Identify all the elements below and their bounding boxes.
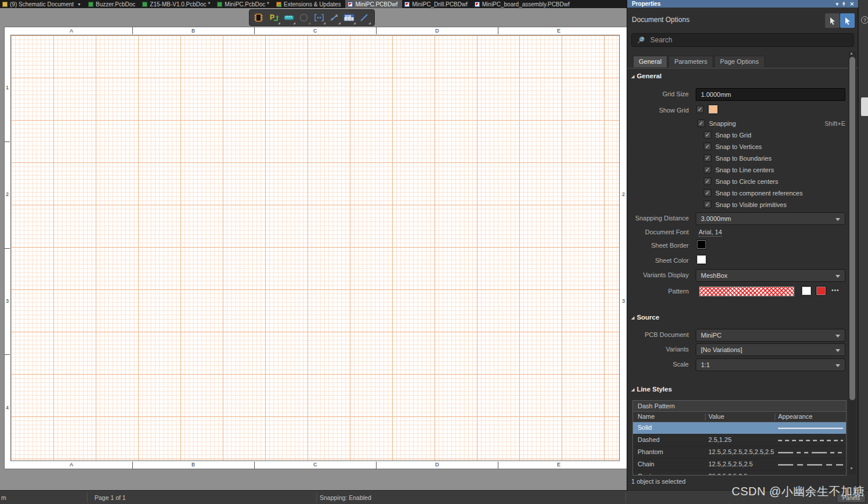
- panel-scrollbar[interactable]: ▲ ▼: [848, 51, 856, 474]
- grid-color-swatch[interactable]: [708, 104, 718, 114]
- table-row-solid[interactable]: Solid: [633, 422, 846, 434]
- tab-z15-mb-pcbdoc[interactable]: Z15-MB-V1.0.PcbDoc *: [140, 0, 215, 8]
- line-tool-button[interactable]: [357, 11, 371, 25]
- pcb-doc-icon: [217, 2, 222, 7]
- snapping-distance-dropdown[interactable]: 3.0000mm: [696, 212, 845, 225]
- snapping-label: Snapping: [709, 120, 736, 127]
- document-font-link[interactable]: Arial, 14: [699, 229, 722, 237]
- scroll-down-icon[interactable]: ▼: [849, 466, 853, 470]
- bom-table-icon: BOM: [343, 13, 355, 23]
- pattern-foreground-color-swatch[interactable]: [816, 286, 826, 296]
- table-row-chain[interactable]: Chain 12.5,2.5,2.5,2.5: [633, 459, 846, 471]
- column-label-top: A: [70, 28, 73, 34]
- snap-to-vertices-checkbox[interactable]: ✓: [704, 143, 711, 150]
- panel-subtitle: Document Options: [632, 16, 689, 24]
- callout-tool-button[interactable]: a: [327, 11, 341, 25]
- table-row-center-partial[interactable]: Center 20,2.5,2.5,2.5: [633, 471, 846, 476]
- line-preview: [778, 427, 843, 429]
- pin-icon[interactable]: 🖈: [841, 1, 847, 8]
- tab-minipc-drill-pcbdwf[interactable]: MiniPC_Drill.PCBDwf: [402, 0, 472, 8]
- pcb-document-dropdown[interactable]: MiniPC: [696, 329, 845, 342]
- panel-title-bar[interactable]: Properties ▾ 🖈 ✕: [627, 0, 858, 8]
- sheet-border-color-swatch[interactable]: [696, 240, 707, 249]
- column-label-top: D: [435, 28, 439, 34]
- scroll-up-icon[interactable]: ▲: [849, 51, 853, 55]
- snap-to-grid-checkbox[interactable]: ✓: [704, 131, 711, 139]
- place-part-button[interactable]: P: [266, 11, 281, 25]
- tab-buzzer-pcbdoc[interactable]: Buzzer.PcbDoc: [86, 0, 140, 8]
- search-input[interactable]: 🔍 Search: [631, 33, 854, 47]
- table-row-phantom[interactable]: Phantom 12.5,2.5,2.5,2.5,2.5,2.5: [633, 447, 846, 459]
- pattern-more-button[interactable]: •••: [831, 287, 840, 293]
- column-label-bottom: E: [557, 462, 560, 467]
- grid-size-input[interactable]: 1.0000mm: [696, 88, 845, 101]
- tab-general[interactable]: General: [633, 56, 667, 67]
- show-grid-checkbox[interactable]: ✓: [696, 106, 704, 113]
- tab-minipc-board-assembly-pcbdwf[interactable]: MiniPC_board_assembly.PCBDwf: [472, 0, 574, 8]
- tab-page-options[interactable]: Page Options: [714, 56, 765, 67]
- dimension-tool-button[interactable]: [281, 11, 296, 25]
- snapping-checkbox[interactable]: ✓: [697, 119, 705, 127]
- tab-extensions-updates[interactable]: Extensions & Updates: [274, 0, 345, 8]
- scale-dropdown[interactable]: 1:1: [696, 358, 845, 371]
- scrollbar-thumb[interactable]: [849, 57, 855, 400]
- column-label-top: E: [557, 28, 560, 34]
- follow-selection-button[interactable]: [840, 13, 855, 28]
- tab-minipc-pcbdwf-active[interactable]: MiniPC.PCBDwf: [345, 0, 402, 8]
- draftsman-canvas[interactable]: A B C D E A B C D E 1 2 3 4: [0, 8, 627, 490]
- zone-tick: [254, 27, 255, 34]
- selection-filter-button[interactable]: [825, 13, 840, 28]
- board-view-button[interactable]: [312, 11, 326, 25]
- section-header-general[interactable]: ◢General: [631, 72, 661, 79]
- pattern-preview-swatch[interactable]: [699, 287, 794, 296]
- callout-icon: a: [329, 13, 339, 23]
- column-header-appearance[interactable]: Appearance: [778, 413, 812, 420]
- help-icon[interactable]: ?: [861, 16, 868, 24]
- bom-table-button[interactable]: BOM: [342, 11, 356, 25]
- cursor-select-icon: [829, 17, 837, 25]
- chevron-down-icon[interactable]: ▼: [77, 2, 81, 6]
- dropdown-corner-icon: [353, 22, 356, 24]
- drawing-sheet[interactable]: A B C D E A B C D E 1 2 3 4: [5, 27, 627, 469]
- pcb-doc-icon: [142, 2, 147, 7]
- pcb-doc-icon: [88, 2, 93, 7]
- pattern-background-color-swatch[interactable]: [801, 286, 812, 296]
- column-header-name[interactable]: Name: [638, 413, 654, 420]
- zone-tick: [5, 142, 10, 142]
- collapse-icon: ◢: [631, 387, 634, 391]
- snap-to-visible-primitives-checkbox[interactable]: ✓: [704, 201, 711, 208]
- tab-parameters[interactable]: Parameters: [668, 56, 713, 67]
- section-header-source[interactable]: ◢Source: [631, 314, 659, 321]
- circle-tool-button[interactable]: [296, 11, 311, 25]
- svg-text:P: P: [270, 13, 274, 21]
- show-grid-label: Show Grid: [630, 107, 689, 114]
- table-title: Dash Pattern: [633, 401, 846, 412]
- variants-display-dropdown[interactable]: MeshBox: [696, 269, 845, 282]
- column-label-top: C: [313, 28, 317, 34]
- snap-to-boundaries-label: Snap to Boundaries: [715, 155, 772, 162]
- column-label-bottom: D: [435, 462, 439, 467]
- snap-to-line-centers-checkbox[interactable]: ✓: [704, 166, 711, 173]
- tab-label: Z15-MB-V1.0.PcbDoc *: [150, 1, 210, 8]
- edge-panel-tab[interactable]: [861, 97, 868, 116]
- dash-pattern-table: Dash Pattern Name Value Appearance Solid…: [632, 400, 847, 476]
- snap-to-component-references-checkbox[interactable]: ✓: [704, 189, 711, 197]
- column-header-value[interactable]: Value: [708, 413, 724, 420]
- tab-schematic-document[interactable]: (9) Schematic Document ▼: [0, 0, 86, 8]
- draftsman-doc-icon: [348, 2, 353, 7]
- tab-minipc-pcbdoc[interactable]: MiniPC.PcbDoc *: [215, 0, 274, 8]
- close-icon[interactable]: ✕: [849, 1, 854, 8]
- component-icon: [254, 13, 263, 23]
- snap-to-circle-centers-checkbox[interactable]: ✓: [704, 177, 711, 185]
- variants-dropdown[interactable]: [No Variations]: [696, 343, 845, 356]
- snap-to-boundaries-checkbox[interactable]: ✓: [704, 154, 711, 162]
- sheet-border-label: Sheet Border: [630, 242, 689, 249]
- place-component-button[interactable]: [251, 11, 266, 25]
- sheet-color-swatch[interactable]: [696, 255, 707, 264]
- column-label-top: B: [191, 28, 195, 34]
- sheet-grid-area[interactable]: [10, 35, 620, 461]
- table-row-dashed[interactable]: Dashed 2.5,1.25: [633, 434, 846, 447]
- chevron-down-icon[interactable]: ▾: [836, 1, 838, 8]
- section-header-line-styles[interactable]: ◢Line Styles: [631, 386, 672, 393]
- search-placeholder: Search: [650, 36, 672, 44]
